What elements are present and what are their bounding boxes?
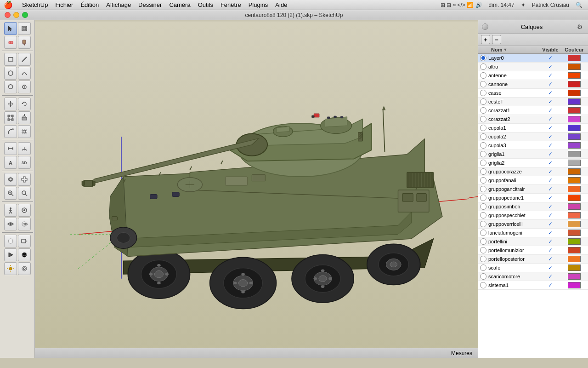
layer-color-cell[interactable] [562,72,586,79]
menu-affichage[interactable]: Affichage [102,0,135,10]
viewport[interactable]: Mesures [35,20,478,358]
layer-color-cell[interactable] [562,230,586,236]
layer-visible-cell[interactable]: ✓ [538,247,562,253]
layer-visible-cell[interactable]: ✓ [538,221,562,227]
layer-color-cell[interactable] [562,247,586,253]
layer-row[interactable]: gruppofanali✓ [478,176,588,185]
layer-color-cell[interactable] [562,203,586,210]
followme-tool[interactable] [4,125,17,138]
layer-radio[interactable] [480,133,486,140]
layer-row[interactable]: cesteT✓ [478,98,588,106]
pushpull-tool[interactable] [18,111,31,124]
layer-visible-cell[interactable]: ✓ [538,203,562,210]
visible-checkmark[interactable]: ✓ [548,177,553,184]
layer-visible-cell[interactable]: ✓ [538,142,562,149]
settings-tool[interactable] [18,262,31,275]
menu-fenetre[interactable]: Fenêtre [217,0,245,10]
layer-radio[interactable] [480,98,486,105]
eye-tool[interactable] [4,218,17,230]
layer-visible-cell[interactable]: ✓ [538,264,562,271]
lookaround-tool[interactable] [18,204,31,217]
visible-checkmark[interactable]: ✓ [548,160,553,166]
section-tool[interactable] [4,235,17,247]
layer-color-cell[interactable] [562,273,586,280]
layer-radio[interactable] [480,195,486,201]
color-swatch[interactable] [568,256,581,262]
layer-visible-cell[interactable]: ✓ [538,63,562,70]
layer-row[interactable]: gruppocorazze✓ [478,167,588,176]
visible-checkmark[interactable]: ✓ [548,186,553,192]
menu-dessiner[interactable]: Dessiner [135,0,165,10]
zoomextents-tool[interactable] [18,187,31,200]
layer-visible-cell[interactable]: ✓ [538,125,562,131]
layer-color-cell[interactable] [562,98,586,105]
layer-visible-cell[interactable]: ✓ [538,168,562,175]
component-tool[interactable] [18,22,31,35]
3dtext-tool[interactable]: 3D [18,156,31,169]
color-swatch[interactable] [568,72,581,79]
visible-checkmark[interactable]: ✓ [548,195,553,201]
color-swatch[interactable] [568,55,581,61]
layer-color-cell[interactable] [562,90,586,96]
layer-radio[interactable] [480,282,486,288]
layer-row[interactable]: gruppogancitrair✓ [478,185,588,194]
layer-row[interactable]: altro✓ [478,63,588,71]
minimize-button[interactable] [13,12,19,18]
color-swatch[interactable] [568,177,581,184]
visible-checkmark[interactable]: ✓ [548,168,553,175]
tape-tool[interactable] [4,142,17,155]
color-swatch[interactable] [568,203,581,210]
menu-aide[interactable]: Aide [271,0,291,10]
visible-checkmark[interactable]: ✓ [548,107,553,114]
layer-radio[interactable] [480,90,486,96]
circle-tool[interactable] [4,67,17,80]
layer-row[interactable]: Layer0✓ [478,54,588,63]
protractor-tool[interactable] [18,142,31,155]
visible-checkmark[interactable]: ✓ [548,273,553,280]
color-swatch[interactable] [568,230,581,236]
layer-color-cell[interactable] [562,195,586,201]
layer-color-cell[interactable] [562,55,586,61]
color-swatch[interactable] [568,151,581,157]
layer-radio[interactable] [480,81,486,87]
visible-checkmark[interactable]: ✓ [548,256,553,262]
offset-tool[interactable] [18,125,31,138]
layer-color-cell[interactable] [562,256,586,262]
visible-checkmark[interactable]: ✓ [548,247,553,253]
layer-radio[interactable] [480,72,486,79]
layer-color-cell[interactable] [562,168,586,175]
layer-row[interactable]: griglia2✓ [478,159,588,167]
visible-checkmark[interactable]: ✓ [548,63,553,70]
select-tool[interactable] [4,22,17,35]
close-button[interactable] [5,12,11,18]
color-swatch[interactable] [568,116,581,122]
visible-checkmark[interactable]: ✓ [548,133,553,140]
menu-fichier[interactable]: Fichier [51,0,77,10]
layer-visible-cell[interactable]: ✓ [538,160,562,166]
menu-sketchup[interactable]: SketchUp [18,0,51,10]
layer-radio[interactable] [480,238,486,245]
layer-color-cell[interactable] [562,238,586,245]
layer-row[interactable]: grupposimboli✓ [478,202,588,211]
layer-radio[interactable] [480,116,486,122]
visible-checkmark[interactable]: ✓ [548,238,553,245]
sphere-tool[interactable] [18,248,31,261]
layer-radio[interactable] [480,221,486,227]
apple-menu[interactable]: 🍎 [4,0,13,9]
rectangle-tool[interactable] [4,53,17,66]
visible-checkmark[interactable]: ✓ [548,221,553,227]
visible-checkmark[interactable]: ✓ [548,55,553,61]
visible-checkmark[interactable]: ✓ [548,98,553,105]
visible-checkmark[interactable]: ✓ [548,72,553,79]
color-swatch[interactable] [568,90,581,96]
layer-visible-cell[interactable]: ✓ [538,238,562,245]
layer-row[interactable]: portelloposterior✓ [478,255,588,264]
color-swatch[interactable] [568,195,581,201]
layer-visible-cell[interactable]: ✓ [538,81,562,87]
layer-visible-cell[interactable]: ✓ [538,55,562,61]
layer-row[interactable]: cupola3✓ [478,141,588,150]
layer-row[interactable]: griglia1✓ [478,150,588,159]
layer-radio[interactable] [480,151,486,157]
menu-camera[interactable]: Caméra [165,0,194,10]
scale-tool[interactable] [4,111,17,124]
